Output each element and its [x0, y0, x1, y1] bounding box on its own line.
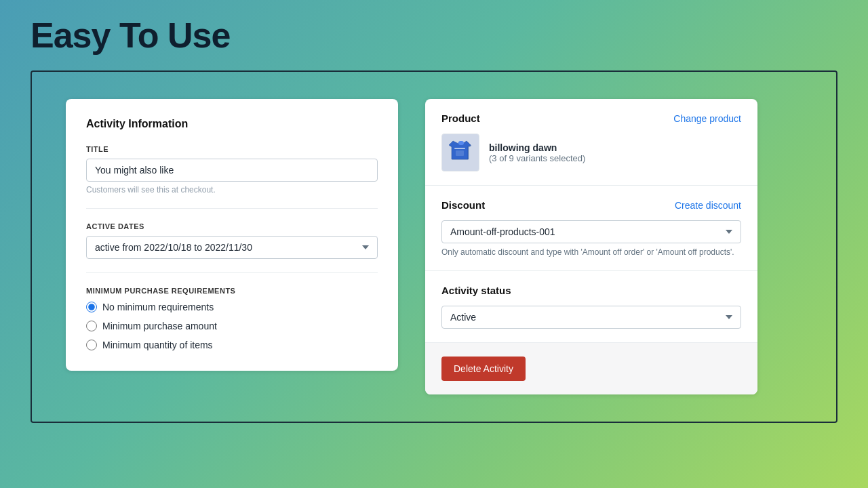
status-heading: Activity status: [441, 285, 511, 296]
discount-note: Only automatic discount and type with 'A…: [441, 247, 741, 257]
title-input[interactable]: [86, 159, 378, 182]
radio-no-min-label: No minimum requirements: [102, 302, 214, 312]
svg-rect-3: [456, 150, 464, 156]
product-section: Product Change product: [425, 99, 757, 186]
product-info: billowing dawn (3 of 9 variants selected…: [489, 142, 585, 163]
discount-section-header: Discount Create discount: [441, 199, 741, 211]
dates-select[interactable]: active from 2022/10/18 to 2022/11/30: [86, 236, 378, 259]
radio-no-min[interactable]: No minimum requirements: [86, 302, 378, 312]
radio-no-min-input[interactable]: [86, 302, 97, 312]
dates-label: ACTIVE DATES: [86, 222, 378, 230]
footer-section: Delete Activity: [425, 343, 757, 394]
discount-heading: Discount: [441, 199, 485, 211]
title-section: TITLE Customers will see this at checkou…: [86, 145, 378, 195]
status-select[interactable]: ActiveInactive: [441, 306, 741, 329]
activity-information-card: Activity Information TITLE Customers wil…: [66, 99, 398, 371]
product-heading: Product: [441, 113, 480, 124]
divider-1: [86, 208, 378, 209]
title-hint: Customers will see this at checkout.: [86, 185, 378, 195]
product-section-header: Product Change product: [441, 113, 741, 124]
divider-2: [86, 272, 378, 273]
activity-information-heading: Activity Information: [86, 118, 378, 130]
radio-min-amount-input[interactable]: [86, 321, 97, 331]
create-discount-button[interactable]: Create discount: [675, 200, 741, 211]
product-row: billowing dawn (3 of 9 variants selected…: [441, 134, 741, 171]
product-variants: (3 of 9 variants selected): [489, 153, 585, 163]
radio-min-amount-label: Minimum purchase amount: [102, 321, 217, 331]
dates-section: ACTIVE DATES active from 2022/10/18 to 2…: [86, 222, 378, 259]
radio-min-qty[interactable]: Minimum quantity of items: [86, 340, 378, 350]
product-image-icon: [446, 138, 475, 167]
discount-section: Discount Create discount Amount-off-prod…: [425, 186, 757, 271]
svg-rect-1: [458, 141, 464, 145]
svg-rect-2: [454, 148, 465, 149]
right-card: Product Change product: [425, 99, 757, 394]
product-thumbnail: [441, 134, 479, 171]
change-product-button[interactable]: Change product: [673, 113, 741, 124]
status-section-header: Activity status: [441, 285, 741, 296]
title-label: TITLE: [86, 145, 378, 153]
discount-select[interactable]: Amount-off-products-001Amount-off-order-…: [441, 220, 741, 243]
delete-activity-button[interactable]: Delete Activity: [441, 357, 526, 381]
product-name: billowing dawn: [489, 142, 585, 153]
radio-min-qty-input[interactable]: [86, 340, 97, 350]
radio-min-amount[interactable]: Minimum purchase amount: [86, 321, 378, 331]
activity-status-section: Activity status ActiveInactive: [425, 271, 757, 343]
radio-group: No minimum requirements Minimum purchase…: [86, 302, 378, 350]
requirements-label: MINIMUM PURCHASE REQUIREMENTS: [86, 287, 378, 295]
radio-min-qty-label: Minimum quantity of items: [102, 340, 213, 350]
requirements-section: MINIMUM PURCHASE REQUIREMENTS No minimum…: [86, 287, 378, 350]
page-title: Easy To Use: [0, 0, 868, 70]
main-container: Activity Information TITLE Customers wil…: [31, 70, 837, 423]
